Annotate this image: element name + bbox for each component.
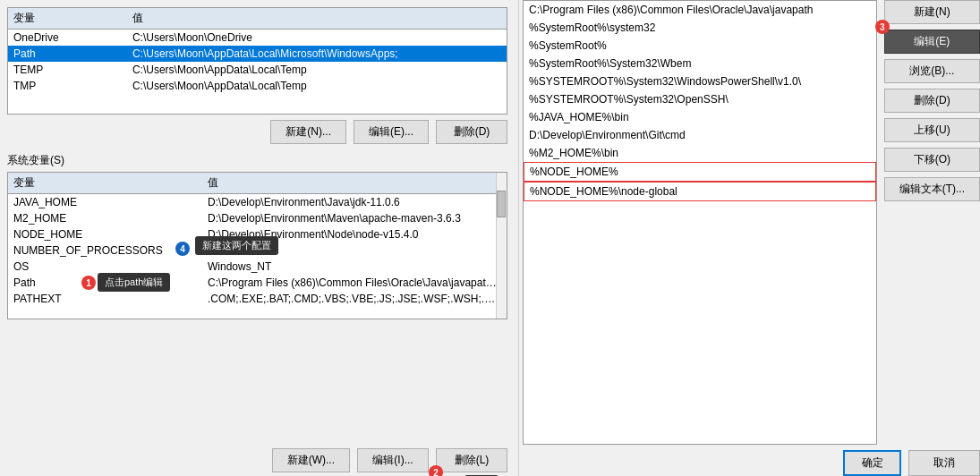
user-new-button[interactable]: 新建(N)... bbox=[270, 120, 346, 144]
sys-vars-label: 系统变量(S) bbox=[7, 153, 507, 168]
path-list-item[interactable]: %SYSTEMROOT%\System32\OpenSSH\ bbox=[524, 90, 876, 108]
right-panel-wrapper: C:\Program Files (x86)\Common Files\Orac… bbox=[523, 0, 980, 476]
user-vars-section: 变量 值 OneDriveC:\Users\Moon\OneDrivePathC… bbox=[7, 7, 507, 146]
sys-new-button[interactable]: 新建(W)... bbox=[272, 448, 350, 472]
cancel-button[interactable]: 取消 bbox=[908, 450, 980, 476]
scrollbar[interactable] bbox=[496, 173, 507, 319]
tooltip-path: 点击path编辑 bbox=[98, 273, 170, 292]
path-list-item[interactable]: %SystemRoot% bbox=[524, 37, 876, 55]
bottom-buttons: 确定 取消 bbox=[523, 445, 980, 476]
user-val-col-header: 值 bbox=[127, 8, 507, 30]
sys-var-val: Windows_NT bbox=[202, 259, 507, 275]
right-up-button[interactable]: 上移(U) bbox=[884, 118, 980, 142]
user-var-row[interactable]: TMPC:\Users\Moon\AppData\Local\Temp bbox=[8, 78, 507, 94]
badge-2: 2 bbox=[429, 465, 443, 476]
user-var-name: TEMP bbox=[8, 62, 127, 78]
sys-var-row[interactable]: PATHEXT.COM;.EXE;.BAT;.CMD;.VBS;.VBE;.JS… bbox=[8, 291, 507, 307]
sys-var-row[interactable]: OSWindows_NT bbox=[8, 259, 507, 275]
sys-var-row[interactable]: JAVA_HOMED:\Develop\Environment\Java\jdk… bbox=[8, 194, 507, 211]
sys-var-name: NUMBER_OF_PROCESSORS bbox=[8, 242, 202, 259]
user-var-val: C:\Users\Moon\OneDrive bbox=[127, 30, 507, 47]
right-delete-button[interactable]: 删除(D) bbox=[884, 89, 980, 113]
path-list-item[interactable]: %SYSTEMROOT%\System32\WindowsPowerShell\… bbox=[524, 72, 876, 90]
confirm-button[interactable]: 确定 bbox=[843, 450, 901, 476]
badge-3: 3 bbox=[875, 20, 890, 34]
sys-var-val: D:\Develop\Environment\Maven\apache-mave… bbox=[202, 210, 507, 226]
sys-var-name: NODE_HOME bbox=[8, 226, 202, 242]
sys-var-val: C:\Program Files (x86)\Common Files\Orac… bbox=[202, 275, 507, 291]
path-list-item[interactable]: %SystemRoot%\system32 bbox=[524, 19, 876, 37]
user-var-val: C:\Users\Moon\AppData\Local\Microsoft\Wi… bbox=[127, 46, 507, 62]
right-down-button[interactable]: 下移(O) bbox=[884, 148, 980, 172]
right-buttons: 3 新建(N) 编辑(E) 浏览(B)... 删除(D) 上移(U) 下移(O)… bbox=[884, 0, 980, 445]
right-edit-button[interactable]: 编辑(E) bbox=[884, 30, 980, 54]
sys-edit-button[interactable]: 编辑(I)... bbox=[357, 448, 429, 472]
sys-var-name: JAVA_HOME bbox=[8, 194, 202, 211]
user-var-col-header: 变量 bbox=[8, 8, 127, 30]
path-list: C:\Program Files (x86)\Common Files\Orac… bbox=[524, 1, 876, 201]
path-list-item[interactable]: %NODE_HOME% bbox=[524, 162, 876, 182]
path-list-item[interactable]: %M2_HOME%\bin bbox=[524, 144, 876, 162]
user-var-row[interactable]: PathC:\Users\Moon\AppData\Local\Microsof… bbox=[8, 46, 507, 62]
user-var-val: C:\Users\Moon\AppData\Local\Temp bbox=[127, 62, 507, 78]
path-list-item[interactable]: %NODE_HOME%\node-global bbox=[524, 182, 876, 201]
scrollbar-thumb[interactable] bbox=[497, 191, 506, 217]
sys-var-col-header: 变量 bbox=[8, 173, 202, 194]
user-var-name: OneDrive bbox=[8, 30, 127, 47]
user-var-name: Path bbox=[8, 46, 127, 62]
badge-4: 4 bbox=[175, 242, 190, 256]
user-var-name: TMP bbox=[8, 78, 127, 94]
sys-vars-container: 变量 值 JAVA_HOMED:\Develop\Environment\Jav… bbox=[7, 172, 507, 443]
path-list-container[interactable]: C:\Program Files (x86)\Common Files\Orac… bbox=[523, 0, 877, 445]
sys-vars-section: 系统变量(S) 变量 值 JAVA_HOMED:\Develop\Environ… bbox=[7, 153, 507, 472]
badge-1: 1 bbox=[81, 276, 96, 290]
user-vars-table-container: 变量 值 OneDriveC:\Users\Moon\OneDrivePathC… bbox=[7, 7, 507, 115]
right-new-button[interactable]: 新建(N) bbox=[884, 0, 980, 24]
sys-vars-button-row: 新建(W)... 编辑(I)... 删除(L) 2 编辑 bbox=[7, 448, 507, 472]
tooltip-new-configs: 新建这两个配置 bbox=[195, 236, 278, 255]
sys-var-name: M2_HOME bbox=[8, 210, 202, 226]
path-list-item[interactable]: D:\Develop\Environment\Git\cmd bbox=[524, 126, 876, 144]
path-list-item[interactable]: C:\Program Files (x86)\Common Files\Orac… bbox=[524, 1, 876, 19]
sys-var-val: D:\Develop\Environment\Java\jdk-11.0.6 bbox=[202, 194, 507, 211]
sys-var-val: .COM;.EXE;.BAT;.CMD;.VBS;.VBE;.JS;.JSE;.… bbox=[202, 291, 507, 307]
right-browse-button[interactable]: 浏览(B)... bbox=[884, 59, 980, 83]
user-var-val: C:\Users\Moon\AppData\Local\Temp bbox=[127, 78, 507, 94]
user-edit-button[interactable]: 编辑(E)... bbox=[354, 120, 429, 144]
user-vars-button-row: 新建(N)... 编辑(E)... 删除(D) bbox=[7, 120, 507, 144]
path-list-item[interactable]: %JAVA_HOME%\bin bbox=[524, 108, 876, 126]
panel-divider bbox=[518, 0, 519, 476]
user-var-row[interactable]: OneDriveC:\Users\Moon\OneDrive bbox=[8, 30, 507, 47]
sys-var-row[interactable]: PathC:\Program Files (x86)\Common Files\… bbox=[8, 275, 507, 291]
path-area: C:\Program Files (x86)\Common Files\Orac… bbox=[523, 0, 980, 445]
sys-var-row[interactable]: M2_HOMED:\Develop\Environment\Maven\apac… bbox=[8, 210, 507, 226]
user-vars-table: 变量 值 OneDriveC:\Users\Moon\OneDrivePathC… bbox=[8, 8, 507, 94]
sys-val-col-header: 值 bbox=[202, 173, 507, 194]
user-var-row[interactable]: TEMPC:\Users\Moon\AppData\Local\Temp bbox=[8, 62, 507, 78]
sys-delete-button[interactable]: 删除(L) bbox=[436, 448, 507, 472]
right-edit-text-button[interactable]: 编辑文本(T)... bbox=[884, 177, 980, 201]
user-delete-button[interactable]: 删除(D) bbox=[436, 120, 507, 144]
path-list-item[interactable]: %SystemRoot%\System32\Wbem bbox=[524, 55, 876, 72]
sys-var-name: PATHEXT bbox=[8, 291, 202, 307]
